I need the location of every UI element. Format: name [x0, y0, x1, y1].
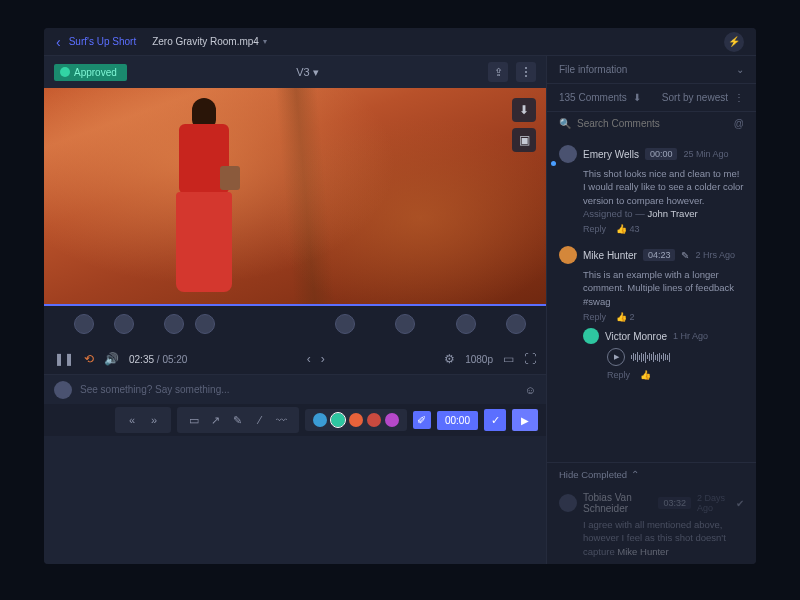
brush-tool[interactable]: 〰: [273, 411, 291, 429]
emoji-icon[interactable]: ☺: [525, 384, 536, 396]
comment-ago: 25 Min Ago: [683, 149, 728, 159]
color-swatch[interactable]: [385, 413, 399, 427]
chevron-down-icon: ⌄: [736, 64, 744, 75]
confirm-button[interactable]: ✓: [484, 409, 506, 431]
gear-icon[interactable]: ⚙: [444, 352, 455, 366]
comment-item[interactable]: Emery Wells 00:00 25 Min Ago This shot l…: [547, 139, 756, 240]
back-icon[interactable]: ‹: [56, 34, 61, 50]
filename: Zero Gravity Room.mp4: [152, 36, 259, 47]
comments-header: 135 Comments ⬇ Sort by newest ⋮: [547, 84, 756, 112]
comment-body: This shot looks nice and clean to me! I …: [559, 167, 744, 220]
reply-button[interactable]: Reply: [583, 312, 606, 322]
like-button[interactable]: 👍 43: [616, 224, 640, 234]
pip-icon[interactable]: ▭: [503, 352, 514, 366]
hide-completed-toggle[interactable]: Hide Completed⌃: [547, 462, 756, 486]
file-info-section[interactable]: File information ⌄: [547, 56, 756, 84]
comment-author: Emery Wells: [583, 149, 639, 160]
play-icon[interactable]: ▶: [607, 348, 625, 366]
comment-input-row: See something? Say something... ☺: [44, 374, 546, 404]
pause-icon[interactable]: ❚❚: [54, 352, 74, 366]
timeline-marker[interactable]: [195, 314, 215, 334]
brush-active[interactable]: ✐: [413, 411, 431, 429]
loop-icon[interactable]: ⟲: [84, 352, 94, 366]
rewind-icon[interactable]: «: [123, 411, 141, 429]
bolt-icon[interactable]: ⚡: [724, 32, 744, 52]
comment-ago: 2 Hrs Ago: [695, 250, 735, 260]
comment-author: Victor Monroe: [605, 331, 667, 342]
annotation-toolbar: « » ▭ ↗ ✎ ⁄ 〰 ✐ 00:00: [44, 404, 546, 436]
like-button[interactable]: 👍: [640, 370, 651, 380]
body: Approved V3 ▾ ⇪ ⬇ ▣: [44, 56, 756, 564]
timeline-marker[interactable]: [335, 314, 355, 334]
comment-count: 135 Comments: [559, 92, 627, 103]
comment-timecode[interactable]: 00:00: [645, 148, 678, 160]
next-icon[interactable]: ›: [321, 352, 325, 366]
side-panel: File information ⌄ 135 Comments ⬇ Sort b…: [546, 56, 756, 564]
annotation-timecode[interactable]: 00:00: [437, 411, 478, 430]
video-content: [164, 98, 244, 298]
comment-body: I agree with all mentioned above, howeve…: [559, 518, 744, 558]
timeline-marker[interactable]: [164, 314, 184, 334]
sort-selector[interactable]: Sort by newest: [662, 92, 728, 103]
reply-button[interactable]: Reply: [583, 224, 606, 234]
download-icon[interactable]: ⬇: [633, 92, 641, 103]
comment-input[interactable]: See something? Say something...: [80, 384, 517, 395]
image-icon[interactable]: ▣: [512, 128, 536, 152]
timeline-marker[interactable]: [114, 314, 134, 334]
comment-timecode: 03:32: [658, 497, 691, 509]
pen-icon: ✎: [681, 250, 689, 261]
search-input[interactable]: [577, 118, 728, 129]
comment-ago: 1 Hr Ago: [673, 331, 708, 341]
arrow-tool[interactable]: ↗: [207, 411, 225, 429]
color-swatch[interactable]: [367, 413, 381, 427]
send-button[interactable]: ▶: [512, 409, 538, 431]
pen-tool[interactable]: ✎: [229, 411, 247, 429]
comment-reply: Victor Monroe 1 Hr Ago ▶ Reply 👍: [583, 328, 744, 380]
timeline-marker[interactable]: [506, 314, 526, 334]
comment-author: Tobias Van Schneider: [583, 492, 652, 514]
time-current: 02:35: [129, 354, 154, 365]
quality-label[interactable]: 1080p: [465, 354, 493, 365]
mention-icon[interactable]: @: [734, 118, 744, 129]
prev-icon[interactable]: ‹: [307, 352, 311, 366]
video-toolbar: Approved V3 ▾ ⇪: [44, 56, 546, 88]
comments-list: Emery Wells 00:00 25 Min Ago This shot l…: [547, 135, 756, 462]
like-button[interactable]: 👍 2: [616, 312, 635, 322]
avatar: [583, 328, 599, 344]
video-viewport[interactable]: ⬇ ▣: [44, 88, 546, 304]
timeline-marker[interactable]: [395, 314, 415, 334]
timeline-marker[interactable]: [74, 314, 94, 334]
download-frame-icon[interactable]: ⬇: [512, 98, 536, 122]
version-selector[interactable]: V3 ▾: [296, 66, 319, 79]
completed-comment[interactable]: Tobias Van Schneider 03:32 2 Days Ago ✔ …: [547, 486, 756, 564]
timeline[interactable]: [44, 304, 546, 344]
share-icon[interactable]: ⇪: [488, 62, 508, 82]
fullscreen-icon[interactable]: ⛶: [524, 352, 536, 366]
chevron-up-icon: ⌃: [631, 469, 639, 480]
avatar: [559, 246, 577, 264]
header-bar: ‹ Surf's Up Short Zero Gravity Room.mp4 …: [44, 28, 756, 56]
color-swatch[interactable]: [313, 413, 327, 427]
color-swatches: [305, 409, 407, 431]
comment-timecode[interactable]: 04:23: [643, 249, 676, 261]
comment-item[interactable]: Mike Hunter 04:23 ✎ 2 Hrs Ago This is an…: [547, 240, 756, 386]
breadcrumb[interactable]: Surf's Up Short: [69, 36, 137, 47]
search-icon: 🔍: [559, 118, 571, 129]
color-swatch[interactable]: [349, 413, 363, 427]
more-icon[interactable]: ⋮: [734, 92, 744, 103]
audio-comment[interactable]: ▶: [583, 348, 744, 366]
rect-tool[interactable]: ▭: [185, 411, 203, 429]
unread-dot: [551, 161, 556, 166]
more-icon[interactable]: [516, 62, 536, 82]
line-tool[interactable]: ⁄: [251, 411, 269, 429]
reply-button[interactable]: Reply: [607, 370, 630, 380]
volume-icon[interactable]: 🔊: [104, 352, 119, 366]
comment-body: This is an example with a longer comment…: [559, 268, 744, 308]
playback-controls: ❚❚ ⟲ 🔊 02:35 / 05:20 ‹ › ⚙ 1080p ▭ ⛶: [44, 344, 546, 374]
status-badge[interactable]: Approved: [54, 64, 127, 81]
chevron-down-icon[interactable]: ▾: [263, 37, 267, 46]
color-swatch[interactable]: [331, 413, 345, 427]
timeline-marker[interactable]: [456, 314, 476, 334]
forward-icon[interactable]: »: [145, 411, 163, 429]
main-panel: Approved V3 ▾ ⇪ ⬇ ▣: [44, 56, 546, 564]
